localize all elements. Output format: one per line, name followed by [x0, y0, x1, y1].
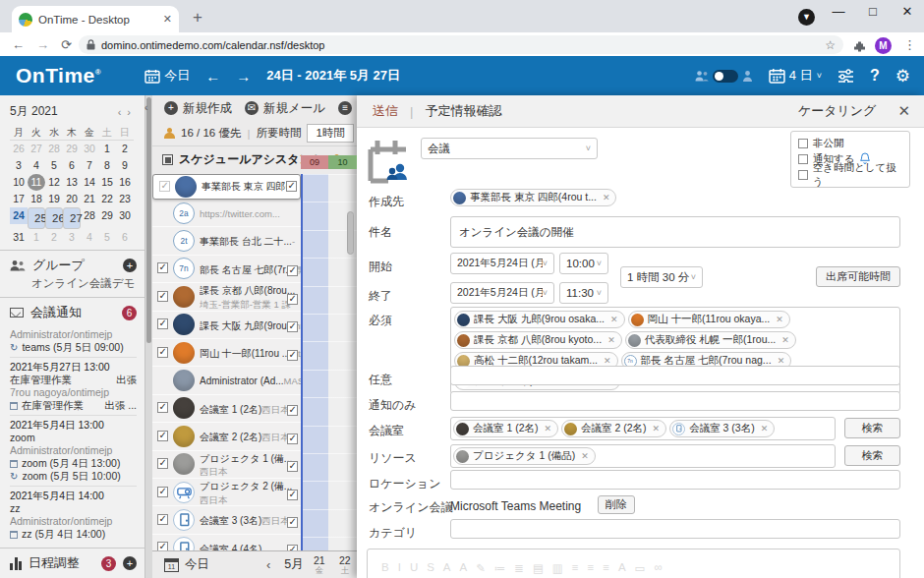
editor-tool-icon[interactable]: ≣ — [514, 561, 524, 575]
attendee-chip[interactable]: 会議室 2 (2名)✕ — [561, 420, 666, 437]
window-chevron-icon[interactable]: ▼ — [798, 9, 815, 26]
editor-tool-icon[interactable]: ▥ — [552, 561, 563, 575]
checkbox[interactable] — [157, 318, 168, 329]
close-button[interactable]: ✕ — [893, 4, 922, 19]
next-arrow-icon[interactable]: → — [236, 68, 251, 85]
attendee-chip[interactable]: 会議室 3 (3名)✕ — [669, 420, 775, 437]
checkbox[interactable] — [287, 517, 298, 528]
chip-remove-icon[interactable]: ✕ — [781, 335, 789, 345]
subject-input[interactable] — [450, 216, 900, 248]
chip-remove-icon[interactable]: ✕ — [610, 315, 618, 324]
calendar-day[interactable]: 1 — [28, 229, 45, 246]
attendee-chip[interactable]: 事業部長 東京 四郎(4rou t...✕ — [450, 189, 616, 206]
sidebar-item-日程調整[interactable]: 日程調整3+ — [0, 548, 144, 578]
chip-remove-icon[interactable]: ✕ — [545, 424, 552, 434]
pdf-button[interactable]: ≡PDF — [338, 101, 357, 115]
assistant-row[interactable]: 会議室 1 (2名)西日本 — [152, 395, 301, 423]
editor-tool-icon[interactable]: ≔ — [494, 561, 506, 575]
minimize-button[interactable]: — — [824, 4, 853, 19]
extensions-icon[interactable] — [853, 39, 866, 57]
calendar-day[interactable]: 3 — [10, 157, 28, 174]
calendar-day[interactable]: 18 — [28, 191, 45, 207]
tab-close-icon[interactable]: ✕ — [163, 13, 172, 26]
checkbox[interactable] — [287, 321, 298, 332]
new-tab-button[interactable]: + — [193, 6, 202, 29]
assistant-row[interactable]: 7n部長 名古屋 七郎(7r...-開発部 — [152, 256, 301, 283]
notice-item[interactable]: Administrator/ontimejp↻teams (5月 5日 09:0… — [10, 325, 137, 357]
optional-input[interactable] — [450, 366, 900, 385]
editor-tool-icon[interactable]: ≡ — [572, 561, 579, 575]
category-input[interactable] — [450, 519, 900, 539]
assistant-row[interactable]: 事業部長 東京 四郎(...https://ontimesuit... — [152, 174, 301, 200]
resources-search-button[interactable]: 検索 — [844, 445, 900, 466]
calendar-day[interactable]: 5 — [98, 229, 116, 246]
footer-today-button[interactable]: 今日 — [185, 556, 209, 573]
checkbox[interactable] — [157, 347, 168, 358]
add-group-icon[interactable]: + — [123, 259, 137, 272]
calendar-day[interactable]: 29 — [63, 141, 81, 157]
checkbox[interactable] — [287, 461, 298, 472]
calendar-day[interactable]: 29 — [98, 207, 116, 224]
checkbox[interactable] — [159, 181, 170, 192]
editor-tool-icon[interactable]: A — [443, 561, 451, 575]
calendar-day[interactable]: 24 — [10, 207, 28, 224]
calendar-day[interactable]: 3 — [63, 229, 81, 246]
new-event-button[interactable]: +新規作成 — [164, 100, 232, 117]
calendar-day[interactable]: 14 — [81, 174, 98, 191]
notice-item[interactable]: 2021年5月4日 14:00zzAdministrator/ontimejpz… — [10, 486, 137, 544]
calendar-day[interactable]: 9 — [116, 157, 134, 174]
chip-remove-icon[interactable]: ✕ — [776, 315, 783, 324]
availability-button[interactable]: 出席可能時間 — [816, 266, 900, 287]
calendar-day[interactable]: 2 — [45, 229, 63, 246]
editor-tool-icon[interactable]: ✎ — [476, 561, 486, 575]
editor-tool-icon[interactable]: B — [381, 561, 389, 575]
calendar-day[interactable]: 8 — [98, 157, 116, 174]
editor-tool-icon[interactable]: ≡ — [587, 561, 594, 575]
sidebar-scrollbar[interactable] — [145, 95, 152, 578]
chip-remove-icon[interactable]: ✕ — [761, 424, 769, 434]
chip-remove-icon[interactable]: ✕ — [653, 424, 661, 434]
calendar-day[interactable]: 2 — [116, 141, 134, 157]
calendar-day[interactable]: 4 — [81, 229, 98, 246]
group-section[interactable]: グループ + オンライン会議デモ — [0, 250, 144, 297]
assistant-row[interactable]: 岡山 十一郎(11rou ...http://ontimesuite... — [152, 339, 301, 367]
flag-非公開[interactable]: 非公開 — [798, 136, 902, 151]
assistant-row[interactable]: 会議室 4 (4名) — [152, 535, 301, 550]
view-selector[interactable]: 4 日 ˅ — [769, 67, 822, 85]
calendar-day[interactable]: 4 — [28, 157, 45, 174]
checkbox[interactable] — [157, 431, 168, 441]
calendar-day[interactable]: 7 — [81, 157, 98, 174]
calendar-day[interactable]: 1 — [98, 141, 116, 157]
fyi-input[interactable] — [450, 391, 900, 411]
checkbox[interactable] — [157, 514, 168, 525]
calendar-day[interactable]: 25 — [28, 207, 45, 229]
location-input[interactable] — [450, 470, 900, 490]
footer-day[interactable]: 22土 — [335, 555, 355, 575]
add-icon[interactable]: + — [123, 556, 137, 570]
send-button[interactable]: 送信 — [373, 102, 398, 120]
chip-remove-icon[interactable]: ✕ — [607, 335, 615, 345]
calendar-day[interactable]: 15 — [98, 174, 116, 191]
editor-tool-icon[interactable]: A — [618, 561, 626, 575]
checkbox[interactable] — [287, 265, 298, 276]
maximize-button[interactable]: □ — [858, 4, 888, 19]
editor-tool-icon[interactable]: U — [410, 561, 418, 575]
calendar-day[interactable]: 30 — [81, 141, 98, 157]
group-person-toggle[interactable] — [695, 70, 753, 83]
checkbox[interactable] — [798, 139, 808, 148]
calendar-day[interactable]: 13 — [63, 174, 81, 191]
attendee-chip[interactable]: プロジェクタ 1 (備品)✕ — [453, 447, 596, 465]
prev-arrow-icon[interactable]: ← — [205, 68, 220, 85]
toggle-switch[interactable] — [713, 70, 738, 83]
calendar-day[interactable]: 21 — [81, 191, 98, 207]
calendar-day[interactable]: 30 — [116, 207, 134, 224]
checkbox[interactable] — [157, 262, 168, 273]
calendar-day[interactable]: 26 — [45, 207, 63, 229]
duration-select[interactable]: 1 時間 30 分˅ — [620, 266, 703, 288]
end-date-select[interactable]: 2021年5月24日 (月)˅ — [450, 282, 554, 304]
checkbox[interactable] — [287, 490, 298, 500]
profile-avatar[interactable]: M — [875, 37, 892, 54]
editor-tool-icon[interactable]: ▭ — [635, 561, 646, 575]
start-date-select[interactable]: 2021年5月24日 (月)˅ — [450, 253, 554, 274]
delete-online-button[interactable]: 削除 — [598, 495, 635, 514]
